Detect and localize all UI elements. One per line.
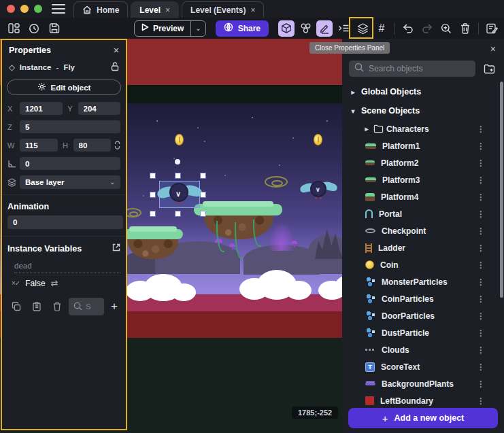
main-menu-icon[interactable] — [52, 4, 65, 14]
selection-handle[interactable] — [201, 192, 205, 197]
kebab-menu-icon[interactable]: ⋮ — [477, 158, 485, 168]
kebab-menu-icon[interactable]: ⋮ — [477, 345, 485, 355]
kebab-menu-icon[interactable]: ⋮ — [477, 362, 485, 372]
zoom-in-icon[interactable] — [438, 20, 454, 37]
object-list-item[interactable]: Coin ⋮ — [342, 256, 504, 273]
paste-variable-icon[interactable] — [28, 298, 46, 315]
global-objects-group[interactable]: ▸ Global Objects — [342, 82, 504, 101]
y-field[interactable] — [78, 102, 121, 115]
share-button[interactable]: Share — [216, 20, 269, 37]
height-field[interactable] — [73, 139, 112, 152]
minimize-window-button[interactable] — [20, 5, 29, 13]
instances-list-icon[interactable] — [335, 20, 352, 37]
object-groups-icon[interactable] — [297, 20, 314, 37]
kebab-menu-icon[interactable]: ⋮ — [477, 192, 485, 202]
kebab-menu-icon[interactable]: ⋮ — [477, 243, 485, 253]
coin-sprite[interactable] — [314, 134, 322, 145]
layer-select[interactable]: Base layer ⌄ — [20, 175, 120, 189]
z-field[interactable] — [20, 120, 120, 133]
object-list-item[interactable]: Platform1 ⋮ — [342, 137, 504, 154]
object-list-item[interactable]: BackgroundPlants ⋮ — [342, 375, 504, 392]
close-objects-panel-icon[interactable]: × — [490, 44, 496, 54]
kebab-menu-icon[interactable]: ⋮ — [477, 124, 485, 134]
preview-options-chevron-icon[interactable]: ⌄ — [190, 21, 205, 36]
add-folder-icon[interactable] — [481, 60, 497, 77]
kebab-menu-icon[interactable]: ⋮ — [477, 209, 485, 219]
edit-events-icon[interactable] — [484, 20, 500, 37]
angle-field[interactable] — [20, 157, 120, 170]
coin-sprite[interactable] — [175, 134, 184, 145]
toggle-boolean-icon[interactable]: ⇄ — [51, 278, 58, 288]
open-variables-editor-icon[interactable] — [112, 243, 120, 254]
kebab-menu-icon[interactable]: ⋮ — [477, 328, 485, 338]
unlock-icon[interactable] — [111, 62, 119, 73]
variable-value-row[interactable]: ×✓ False ⇄ — [12, 278, 120, 288]
save-icon[interactable] — [46, 20, 63, 37]
animation-field[interactable] — [7, 215, 123, 229]
delete-variable-icon[interactable] — [48, 298, 66, 315]
object-list-item[interactable]: Platform3 ⋮ — [342, 171, 504, 188]
toggle-3d-view-icon[interactable] — [278, 20, 295, 37]
object-list-item[interactable]: T ScoreText ⋮ — [342, 358, 504, 375]
object-list-item[interactable]: Portal ⋮ — [342, 205, 504, 222]
object-list-item[interactable]: DustParticle ⋮ — [342, 324, 504, 341]
add-object-button[interactable]: + Add a new object — [348, 408, 498, 428]
tab-level[interactable]: Level × — [131, 1, 179, 18]
object-list-item[interactable]: LeftBoundary ⋮ — [342, 392, 504, 409]
kebab-menu-icon[interactable]: ⋮ — [477, 226, 485, 236]
object-list-item[interactable]: MonsterParticles ⋮ — [342, 273, 504, 290]
variable-name[interactable]: dead — [14, 262, 120, 273]
kebab-menu-icon[interactable]: ⋮ — [477, 141, 485, 151]
selection-handle[interactable] — [201, 211, 205, 216]
object-list-item[interactable]: ▸ Characters ⋮ — [342, 120, 504, 137]
objects-scrollbar[interactable] — [500, 82, 503, 298]
kebab-menu-icon[interactable]: ⋮ — [477, 175, 485, 185]
add-variable-button[interactable]: + — [107, 300, 120, 313]
edit-object-button[interactable]: Edit object — [7, 80, 121, 95]
kebab-menu-icon[interactable]: ⋮ — [477, 260, 485, 270]
globe-icon — [224, 22, 233, 34]
tab-level-events[interactable]: Level (Events) × — [182, 1, 264, 18]
selection-handle[interactable] — [150, 192, 155, 197]
kebab-menu-icon[interactable]: ⋮ — [477, 294, 485, 304]
kebab-menu-icon[interactable]: ⋮ — [477, 379, 485, 389]
selection-handle[interactable] — [201, 173, 205, 178]
scene-objects-group[interactable]: ▾ Scene Objects — [342, 101, 504, 120]
variable-value[interactable]: False — [25, 279, 45, 288]
close-tab-icon[interactable]: × — [250, 5, 255, 15]
object-list-item[interactable]: DoorParticles ⋮ — [342, 307, 504, 324]
preview-button[interactable]: Preview ⌄ — [134, 20, 206, 37]
edit-properties-icon[interactable] — [316, 20, 333, 37]
open-panels-icon[interactable] — [5, 20, 22, 37]
layers-icon[interactable] — [354, 20, 371, 37]
close-tab-icon[interactable]: × — [165, 5, 170, 15]
object-list-item[interactable]: Ladder ⋮ — [342, 239, 504, 256]
selection-handle[interactable] — [175, 173, 180, 178]
grid-icon[interactable]: # — [373, 20, 390, 37]
history-icon[interactable] — [26, 20, 42, 37]
close-window-button[interactable] — [7, 5, 15, 13]
delete-icon[interactable] — [457, 20, 473, 37]
selection-handle[interactable] — [150, 211, 155, 216]
kebab-menu-icon[interactable]: ⋮ — [477, 396, 485, 406]
redo-icon[interactable] — [419, 20, 435, 37]
link-dimensions-icon[interactable] — [114, 141, 120, 150]
width-field[interactable] — [20, 139, 58, 152]
objects-search-input[interactable]: Search objects — [349, 60, 475, 77]
object-list-item[interactable]: CoinParticles ⋮ — [342, 290, 504, 307]
tab-home[interactable]: Home — [73, 1, 128, 18]
selection-handle[interactable] — [150, 173, 155, 178]
object-list-item[interactable]: Clouds ⋮ — [342, 341, 504, 358]
selection-handle[interactable] — [175, 211, 180, 216]
undo-icon[interactable] — [400, 20, 416, 37]
variable-search-input[interactable]: Search — [69, 298, 104, 315]
x-field[interactable] — [20, 102, 63, 115]
object-list-item[interactable]: Platform2 ⋮ — [342, 154, 504, 171]
kebab-menu-icon[interactable]: ⋮ — [477, 277, 485, 287]
close-properties-icon[interactable]: × — [114, 46, 119, 55]
zoom-window-button[interactable] — [34, 5, 42, 13]
copy-variable-icon[interactable] — [7, 298, 25, 315]
object-list-item[interactable]: Checkpoint ⋮ — [342, 222, 504, 239]
object-list-item[interactable]: Platform4 ⋮ — [342, 188, 504, 205]
kebab-menu-icon[interactable]: ⋮ — [477, 311, 485, 321]
